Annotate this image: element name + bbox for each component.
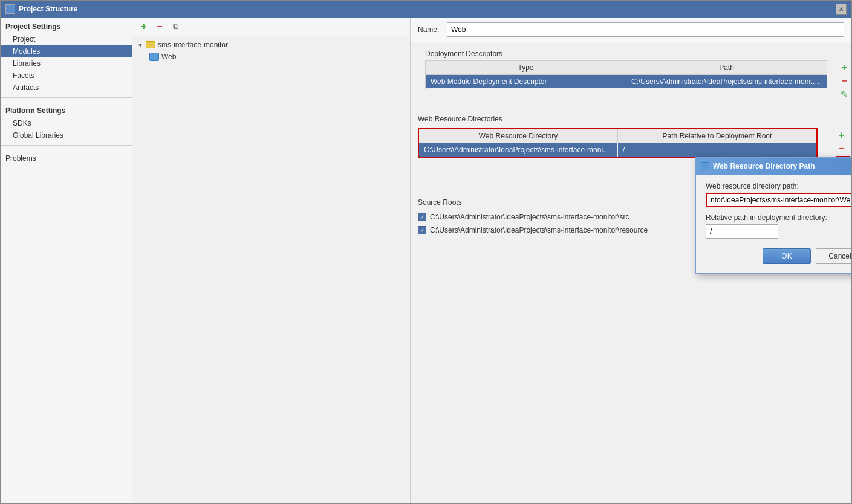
dd-add-button[interactable]: + [838,62,850,74]
sidebar-item-project[interactable]: Project [1,33,132,45]
wrd-table: Web Resource Directory Path Relative to … [418,128,818,158]
title-bar: Project Structure ✕ [1,1,851,18]
dd-remove-button[interactable]: − [838,75,850,87]
wrd-row-0[interactable]: C:\Users\Administrator\IdeaProjects\sms-… [419,143,816,157]
dialog-icon [701,162,709,170]
wrd-table-header: Web Resource Directory Path Relative to … [419,129,816,143]
sidebar-item-modules[interactable]: Modules [1,45,132,57]
dd-col-type: Type [426,61,626,74]
wrd-section: Web Resource Directories [411,106,851,126]
tree-panel: + − ⧉ ▼ sms-interface-monitor [132,18,411,503]
dialog-body: Web resource directory path: ... Relativ… [696,175,851,273]
project-settings-header: Project Settings [1,18,132,33]
folder-icon [146,41,155,48]
dd-cell-path: C:\Users\Administrator\IdeaProjects\sms-… [626,75,827,88]
dialog-field1-row: ... [706,193,851,207]
dd-section-label: Deployment Descriptors [418,46,851,60]
sidebar-item-sdks[interactable]: SDKs [1,117,132,129]
dialog-ok-button[interactable]: OK [763,248,811,264]
tree-item-web[interactable]: Web [132,51,410,63]
source-root-checkbox-0[interactable]: ✓ [418,213,426,221]
sidebar-item-problems[interactable]: Problems [1,149,132,167]
sidebar-divider [1,97,132,98]
name-row: Name: [411,18,851,42]
wrd-cell-dir: C:\Users\Administrator\IdeaProjects\sms-… [419,143,618,157]
content-area: Project Settings Project Modules Librari… [1,18,851,503]
sidebar: Project Settings Project Modules Librari… [1,18,132,503]
dialog-cancel-button[interactable]: Cancel [816,248,851,264]
right-panel: Name: Deployment Descriptors Type Path W… [411,18,851,503]
dd-side-buttons: + − ✎ [837,60,851,102]
wrd-cell-path: / [618,143,816,157]
name-label: Name: [418,25,442,34]
dd-section: Deployment Descriptors [411,42,851,60]
name-input[interactable] [447,22,844,37]
dd-col-path: Path [626,61,827,74]
app-icon [5,4,15,14]
dialog-field1-label: Web resource directory path: [706,182,851,190]
add-module-button[interactable]: + [137,20,151,33]
dd-edit-button[interactable]: ✎ [838,88,850,100]
close-button[interactable]: ✕ [836,4,847,15]
wrd-add-button[interactable]: + [836,129,848,141]
dd-row-0[interactable]: Web Module Deployment Descriptor C:\User… [426,75,827,89]
tree-content: ▼ sms-interface-monitor Web [132,36,410,503]
dd-table-header: Type Path [426,61,827,75]
tree-chevron: ▼ [137,42,143,48]
dialog-relative-path-input[interactable] [706,224,778,239]
web-resource-dialog: Web Resource Directory Path ✕ Web resour… [695,157,851,274]
main-window: Project Structure ✕ Project Settings Pro… [0,0,852,504]
sidebar-divider-2 [1,145,132,146]
wrd-remove-button[interactable]: − [836,143,848,155]
source-root-path-0: C:\Users\Administrator\IdeaProjects\sms-… [430,213,629,221]
sidebar-item-facets[interactable]: Facets [1,69,132,82]
source-root-checkbox-1[interactable]: ✓ [418,226,426,234]
dialog-field2-row [706,224,851,239]
tree-item-root[interactable]: ▼ sms-interface-monitor [132,39,410,51]
tree-child-label: Web [161,53,176,61]
copy-module-button[interactable]: ⧉ [169,20,182,33]
platform-settings-header: Platform Settings [1,102,132,117]
sidebar-item-artifacts[interactable]: Artifacts [1,82,132,94]
dialog-title: Web Resource Directory Path [701,162,815,170]
dialog-buttons: OK Cancel Help [706,246,851,265]
dd-cell-type: Web Module Deployment Descriptor [426,75,626,88]
wrd-col-path: Path Relative to Deployment Root [618,129,816,143]
remove-module-button[interactable]: − [153,20,166,33]
source-root-path-1: C:\Users\Administrator\IdeaProjects\sms-… [430,226,648,234]
tree-toolbar: + − ⧉ [132,18,410,36]
sidebar-item-libraries[interactable]: Libraries [1,57,132,69]
tree-root-label: sms-interface-monitor [158,40,228,49]
dialog-field2-label: Relative path in deployment directory: [706,213,851,222]
sidebar-item-global-libraries[interactable]: Global Libraries [1,129,132,141]
dd-table: Type Path Web Module Deployment Descript… [425,60,827,89]
dd-table-area: Type Path Web Module Deployment Descript… [418,60,851,102]
wrd-col-dir: Web Resource Directory [419,129,618,143]
web-module-icon [149,53,159,61]
wrd-section-label: Web Resource Directories [418,111,844,126]
title-bar-left: Project Structure [5,4,77,14]
dialog-path-input[interactable] [706,193,851,207]
window-title: Project Structure [19,5,77,13]
main-content: + − ⧉ ▼ sms-interface-monitor [132,18,851,503]
dialog-title-bar: Web Resource Directory Path ✕ [696,158,851,175]
